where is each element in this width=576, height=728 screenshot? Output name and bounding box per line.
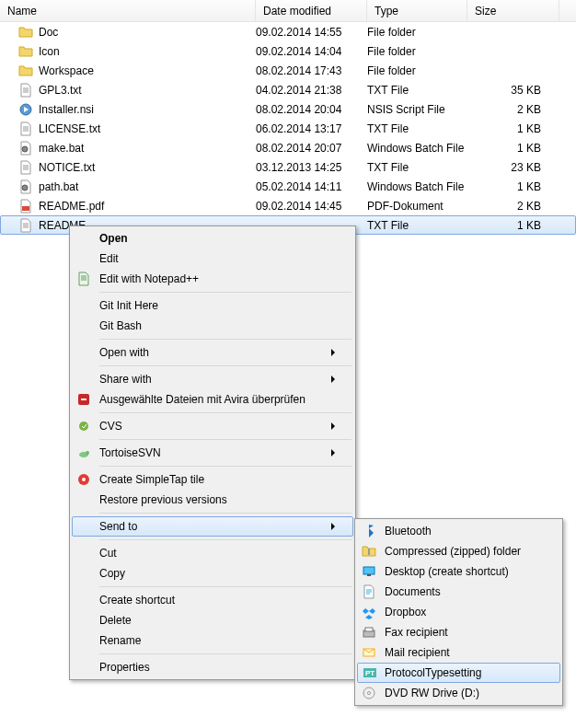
menu-item[interactable]: Copy xyxy=(72,563,353,584)
file-type: TXT File xyxy=(367,161,467,174)
menu-item[interactable]: Delete xyxy=(72,610,353,630)
file-name: README.pdf xyxy=(39,200,256,213)
column-header-row: Name Date modified Type Size xyxy=(0,0,576,22)
submenu-item[interactable]: Bluetooth xyxy=(357,521,560,541)
menu-item-label: Edit xyxy=(99,252,335,265)
file-date: 08.02.2014 20:07 xyxy=(256,142,367,155)
dvd-icon xyxy=(362,686,376,700)
menu-item[interactable]: Share with xyxy=(72,369,353,389)
submenu-item[interactable]: Fax recipient xyxy=(357,622,560,642)
folder-icon xyxy=(18,25,33,40)
file-date: 03.12.2013 14:25 xyxy=(256,161,367,174)
file-row[interactable]: path.bat05.02.2014 14:11Windows Batch Fi… xyxy=(0,177,576,196)
menu-item[interactable]: Create shortcut xyxy=(72,590,353,610)
zip-icon xyxy=(362,544,376,559)
file-date: 06.02.2014 13:17 xyxy=(256,122,367,135)
menu-item[interactable]: Ausgewählte Dateien mit Avira überprüfen xyxy=(72,389,353,410)
file-name: Installer.nsi xyxy=(39,103,256,116)
bat-icon xyxy=(18,179,33,194)
submenu-item[interactable]: DVD RW Drive (D:) xyxy=(357,683,560,703)
submenu-item[interactable]: Mail recipient xyxy=(357,642,560,663)
file-size: 35 KB xyxy=(467,84,541,97)
menu-item[interactable]: Git Init Here xyxy=(72,295,353,316)
file-type: TXT File xyxy=(367,219,467,232)
file-name: path.bat xyxy=(39,180,256,193)
pdf-icon xyxy=(18,199,33,214)
file-type: Windows Batch File xyxy=(367,142,467,155)
file-date: 09.02.2014 14:45 xyxy=(256,200,367,213)
submenu-item[interactable]: Desktop (create shortcut) xyxy=(357,561,560,582)
menu-item[interactable]: Open xyxy=(72,228,353,248)
menu-item[interactable]: Git Bash xyxy=(72,316,353,336)
file-row[interactable]: Installer.nsi08.02.2014 20:04NSIS Script… xyxy=(0,99,576,119)
submenu-item[interactable]: Documents xyxy=(357,582,560,602)
submenu-arrow-icon xyxy=(331,449,335,456)
send-to-submenu: BluetoothCompressed (zipped) folderDeskt… xyxy=(354,518,563,706)
file-row[interactable]: make.bat08.02.2014 20:07Windows Batch Fi… xyxy=(0,138,576,157)
menu-item[interactable]: Cut xyxy=(72,543,353,563)
file-row[interactable]: Workspace08.02.2014 17:43File folder xyxy=(0,61,576,80)
svg-point-1 xyxy=(22,146,28,152)
menu-item[interactable]: TortoiseSVN xyxy=(72,443,353,463)
svg-rect-11 xyxy=(363,567,374,574)
column-header-type[interactable]: Type xyxy=(367,0,467,21)
file-size: 1 KB xyxy=(467,122,541,135)
menu-item-label: Restore previous versions xyxy=(99,493,335,506)
nsi-icon xyxy=(18,102,33,117)
submenu-arrow-icon xyxy=(331,523,335,530)
file-type: NSIS Script File xyxy=(367,103,467,116)
menu-item-label: Properties xyxy=(99,661,335,674)
column-header-date[interactable]: Date modified xyxy=(256,0,367,21)
folder-icon xyxy=(18,64,33,78)
submenu-item[interactable]: Dropbox xyxy=(357,602,560,622)
menu-item-label: Create shortcut xyxy=(99,594,335,607)
menu-separator xyxy=(99,412,351,413)
menu-separator xyxy=(99,439,351,440)
file-name: NOTICE.txt xyxy=(39,161,256,174)
submenu-arrow-icon xyxy=(331,349,335,356)
file-row[interactable]: Doc09.02.2014 14:55File folder xyxy=(0,22,576,41)
file-date: 08.02.2014 17:43 xyxy=(256,64,367,77)
menu-item-label: Git Bash xyxy=(99,319,335,332)
submenu-item[interactable]: Compressed (zipped) folder xyxy=(357,541,560,561)
file-name: make.bat xyxy=(39,142,256,155)
menu-separator xyxy=(99,653,351,654)
submenu-item[interactable]: PTProtocolTypesetting xyxy=(357,663,560,683)
submenu-item-label: DVD RW Drive (D:) xyxy=(385,687,542,699)
folder-icon xyxy=(18,44,33,59)
file-size: 1 KB xyxy=(467,219,541,232)
file-row[interactable]: GPL3.txt04.02.2014 21:38TXT File35 KB xyxy=(0,80,576,99)
menu-item[interactable]: CVS xyxy=(72,416,353,436)
menu-item[interactable]: Edit with Notepad++ xyxy=(72,269,353,289)
menu-item[interactable]: Send to xyxy=(72,516,353,537)
menu-item[interactable]: Rename xyxy=(72,630,353,651)
submenu-item-label: Fax recipient xyxy=(385,626,542,639)
bat-icon xyxy=(18,141,33,156)
file-type: File folder xyxy=(367,26,467,39)
file-name: GPL3.txt xyxy=(39,84,256,97)
submenu-item-label: Documents xyxy=(385,585,542,598)
svg-point-9 xyxy=(82,478,86,481)
file-row[interactable]: Icon09.02.2014 14:04File folder xyxy=(0,41,576,61)
column-header-name[interactable]: Name xyxy=(0,0,256,21)
file-list: Doc09.02.2014 14:55File folderIcon09.02.… xyxy=(0,22,576,235)
menu-item[interactable]: Restore previous versions xyxy=(72,490,353,510)
file-size: 1 KB xyxy=(467,142,541,155)
menu-separator xyxy=(99,513,351,514)
svg-point-5 xyxy=(79,422,88,431)
menu-item[interactable]: Properties xyxy=(72,657,353,677)
column-header-size[interactable]: Size xyxy=(467,0,559,21)
menu-separator xyxy=(99,539,351,540)
file-row[interactable]: README.pdf09.02.2014 14:45PDF-Dokument2 … xyxy=(0,196,576,215)
menu-item[interactable]: Create SimpleTap tile xyxy=(72,469,353,490)
svg-point-7 xyxy=(86,451,89,455)
svg-point-19 xyxy=(368,692,371,695)
menu-item[interactable]: Open with xyxy=(72,342,353,363)
file-row[interactable]: NOTICE.txt03.12.2013 14:25TXT File23 KB xyxy=(0,157,576,177)
svg-rect-3 xyxy=(22,206,29,211)
menu-item-label: Open xyxy=(99,232,335,245)
submenu-arrow-icon xyxy=(331,422,335,430)
menu-item[interactable]: Edit xyxy=(72,248,353,269)
file-row[interactable]: LICENSE.txt06.02.2014 13:17TXT File1 KB xyxy=(0,119,576,138)
file-name: LICENSE.txt xyxy=(39,122,256,135)
